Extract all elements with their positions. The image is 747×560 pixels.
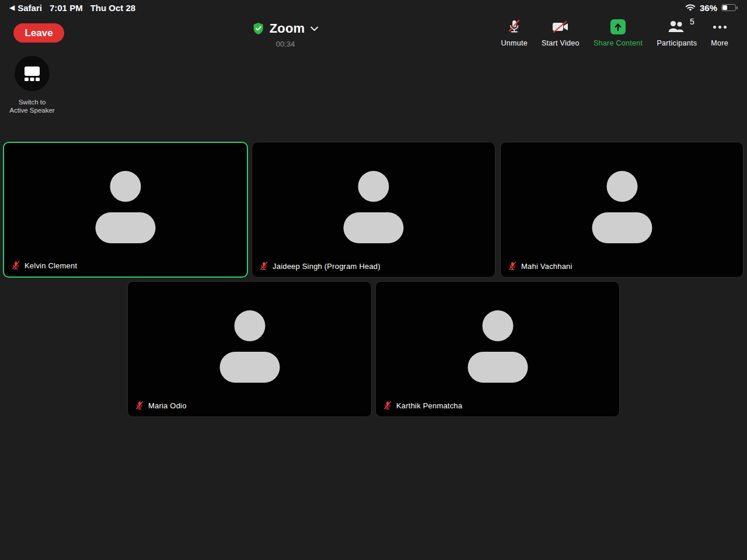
clock-date: Thu Oct 28 — [90, 3, 136, 13]
participant-name: Mahi Vachhani — [521, 262, 573, 271]
video-tile-kelvin-clement[interactable]: Kelvin Clement — [3, 142, 248, 278]
participant-name-tag: Mahi Vachhani — [508, 261, 573, 271]
video-tile-mahi-vachhani[interactable]: Mahi Vachhani — [500, 142, 743, 278]
back-arrow-icon: ◀ — [9, 4, 15, 11]
participant-name: Kelvin Clement — [25, 261, 77, 270]
switch-to-active-speaker-button[interactable]: Switch to Active Speaker — [3, 56, 61, 115]
start-video-label: Start Video — [542, 39, 580, 47]
meeting-title: Zoom — [270, 21, 305, 36]
muted-mic-icon — [135, 401, 144, 411]
video-tile-maria-odio[interactable]: Maria Odio — [127, 281, 372, 417]
participants-button[interactable]: 5 Participants — [657, 19, 697, 47]
wifi-icon — [685, 4, 696, 12]
meeting-toolbar: Leave Zoom 00:34 — [0, 15, 747, 54]
participants-label: Participants — [657, 39, 697, 47]
gallery-view-icon — [23, 65, 41, 82]
participant-name: Karthik Penmatcha — [396, 401, 462, 410]
participant-name-tag: Karthik Penmatcha — [383, 401, 462, 411]
muted-mic-icon — [11, 261, 20, 271]
status-bar: ◀ Safari 7:01 PM Thu Oct 28 36% — [0, 0, 747, 15]
meeting-timer: 00:34 — [253, 40, 319, 48]
share-content-button[interactable]: Share Content — [594, 19, 643, 47]
chevron-down-icon — [310, 26, 318, 32]
video-muted-icon — [551, 20, 569, 33]
participant-name-tag: Kelvin Clement — [11, 261, 77, 271]
toolbar-actions: Unmute Start Video Share Content — [501, 19, 728, 47]
participants-count-badge: 5 — [690, 17, 694, 26]
unmute-label: Unmute — [501, 39, 528, 47]
battery-percent-label: 36% — [700, 3, 717, 13]
avatar — [219, 310, 280, 383]
battery-icon — [721, 4, 738, 11]
encryption-shield-icon — [253, 22, 264, 35]
clock-time: 7:01 PM — [50, 3, 83, 13]
avatar — [344, 171, 404, 243]
video-tile-karthik-penmatcha[interactable]: Karthik Penmatcha — [375, 281, 620, 417]
share-content-icon — [610, 19, 626, 34]
share-content-label: Share Content — [594, 39, 643, 47]
participant-name: Maria Odio — [148, 401, 187, 410]
more-label: More — [711, 39, 728, 47]
avatar — [96, 171, 156, 243]
mic-muted-icon — [507, 19, 521, 34]
back-app-label: Safari — [18, 3, 42, 13]
start-video-button[interactable]: Start Video — [542, 19, 580, 47]
switch-speaker-label: Switch to Active Speaker — [3, 98, 61, 115]
muted-mic-icon — [508, 261, 517, 271]
avatar — [467, 310, 528, 383]
participant-name-tag: Maria Odio — [135, 401, 187, 411]
back-to-safari-button[interactable]: ◀ Safari — [9, 3, 42, 13]
participant-name: Jaideep Singh (Program Head) — [273, 262, 381, 271]
muted-mic-icon — [259, 261, 268, 271]
muted-mic-icon — [383, 401, 392, 411]
unmute-button[interactable]: Unmute — [501, 19, 528, 47]
leave-button[interactable]: Leave — [13, 23, 64, 43]
participants-icon — [668, 20, 686, 34]
avatar — [592, 171, 652, 243]
video-tile-jaideep-singh[interactable]: Jaideep Singh (Program Head) — [252, 142, 495, 278]
more-button[interactable]: More — [711, 19, 728, 47]
meeting-title-group[interactable]: Zoom 00:34 — [253, 21, 319, 48]
more-icon — [713, 26, 727, 29]
participant-name-tag: Jaideep Singh (Program Head) — [259, 261, 381, 271]
